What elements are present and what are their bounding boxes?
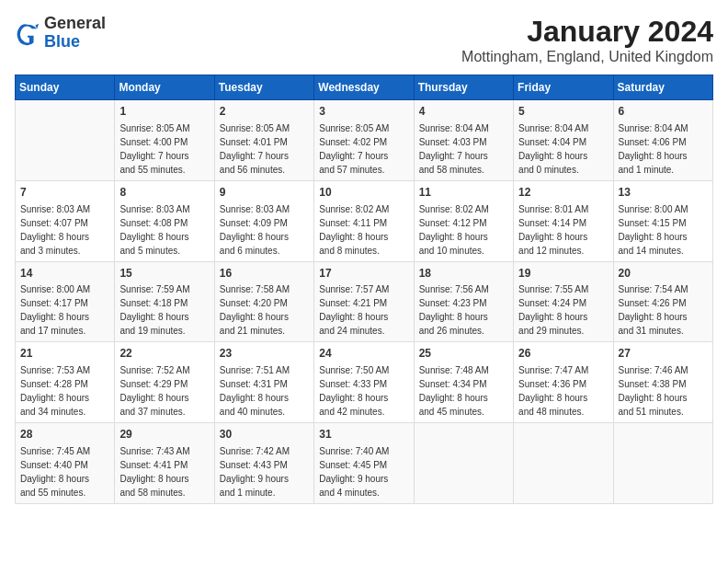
day-cell-3-0: 21Sunrise: 7:53 AM Sunset: 4:28 PM Dayli…: [16, 342, 115, 423]
day-cell-3-3: 24Sunrise: 7:50 AM Sunset: 4:33 PM Dayli…: [314, 342, 414, 423]
day-info: Sunrise: 7:54 AM Sunset: 4:26 PM Dayligh…: [619, 282, 708, 338]
day-cell-4-6: [613, 423, 712, 504]
header: General Blue January 2024 Mottingham, En…: [15, 15, 713, 65]
location: Mottingham, England, United Kingdom: [461, 49, 713, 65]
header-sunday: Sunday: [16, 75, 115, 100]
day-number: 27: [619, 346, 708, 362]
day-number: 3: [319, 104, 408, 120]
day-info: Sunrise: 7:55 AM Sunset: 4:24 PM Dayligh…: [518, 282, 608, 338]
day-cell-4-1: 29Sunrise: 7:43 AM Sunset: 4:41 PM Dayli…: [115, 423, 214, 504]
logo-text: General Blue: [44, 15, 106, 52]
header-wednesday: Wednesday: [314, 75, 414, 100]
day-number: 20: [619, 266, 708, 282]
day-info: Sunrise: 7:48 AM Sunset: 4:34 PM Dayligh…: [419, 363, 508, 419]
month-title: January 2024: [461, 15, 713, 49]
week-row-1: 1Sunrise: 8:05 AM Sunset: 4:00 PM Daylig…: [16, 100, 713, 181]
day-number: 15: [119, 266, 209, 282]
day-cell-0-1: 1Sunrise: 8:05 AM Sunset: 4:00 PM Daylig…: [115, 100, 214, 181]
day-cell-3-2: 23Sunrise: 7:51 AM Sunset: 4:31 PM Dayli…: [214, 342, 313, 423]
day-cell-1-5: 12Sunrise: 8:01 AM Sunset: 4:14 PM Dayli…: [514, 180, 613, 261]
day-cell-2-2: 16Sunrise: 7:58 AM Sunset: 4:20 PM Dayli…: [214, 261, 313, 342]
day-number: 7: [20, 185, 109, 201]
day-number: 4: [419, 104, 508, 120]
day-number: 10: [319, 185, 408, 201]
day-number: 14: [20, 266, 109, 282]
day-number: 8: [119, 185, 209, 201]
day-number: 25: [419, 346, 508, 362]
day-info: Sunrise: 7:53 AM Sunset: 4:28 PM Dayligh…: [20, 363, 109, 419]
day-number: 19: [518, 266, 608, 282]
title-section: January 2024 Mottingham, England, United…: [461, 15, 713, 65]
week-row-5: 28Sunrise: 7:45 AM Sunset: 4:40 PM Dayli…: [16, 423, 713, 504]
day-cell-1-6: 13Sunrise: 8:00 AM Sunset: 4:15 PM Dayli…: [613, 180, 712, 261]
logo: General Blue: [15, 15, 106, 52]
day-number: 23: [220, 346, 309, 362]
day-info: Sunrise: 7:45 AM Sunset: 4:40 PM Dayligh…: [20, 444, 109, 500]
day-cell-3-1: 22Sunrise: 7:52 AM Sunset: 4:29 PM Dayli…: [115, 342, 214, 423]
day-number: 9: [220, 185, 309, 201]
day-info: Sunrise: 8:01 AM Sunset: 4:14 PM Dayligh…: [518, 202, 608, 258]
calendar-table: Sunday Monday Tuesday Wednesday Thursday…: [15, 75, 713, 504]
day-cell-3-6: 27Sunrise: 7:46 AM Sunset: 4:38 PM Dayli…: [613, 342, 712, 423]
day-number: 21: [20, 346, 109, 362]
calendar-body: 1Sunrise: 8:05 AM Sunset: 4:00 PM Daylig…: [16, 100, 713, 504]
day-number: 17: [319, 266, 408, 282]
day-number: 24: [319, 346, 408, 362]
day-info: Sunrise: 7:57 AM Sunset: 4:21 PM Dayligh…: [319, 282, 408, 338]
day-info: Sunrise: 7:47 AM Sunset: 4:36 PM Dayligh…: [518, 363, 608, 419]
day-info: Sunrise: 7:51 AM Sunset: 4:31 PM Dayligh…: [220, 363, 309, 419]
day-info: Sunrise: 8:05 AM Sunset: 4:00 PM Dayligh…: [119, 121, 209, 177]
week-row-4: 21Sunrise: 7:53 AM Sunset: 4:28 PM Dayli…: [16, 342, 713, 423]
day-cell-2-0: 14Sunrise: 8:00 AM Sunset: 4:17 PM Dayli…: [16, 261, 115, 342]
day-cell-2-5: 19Sunrise: 7:55 AM Sunset: 4:24 PM Dayli…: [514, 261, 613, 342]
logo-blue: Blue: [44, 32, 80, 51]
day-info: Sunrise: 7:50 AM Sunset: 4:33 PM Dayligh…: [319, 363, 408, 419]
day-cell-3-4: 25Sunrise: 7:48 AM Sunset: 4:34 PM Dayli…: [414, 342, 513, 423]
day-info: Sunrise: 8:03 AM Sunset: 4:07 PM Dayligh…: [20, 202, 109, 258]
day-cell-2-4: 18Sunrise: 7:56 AM Sunset: 4:23 PM Dayli…: [414, 261, 513, 342]
day-info: Sunrise: 7:43 AM Sunset: 4:41 PM Dayligh…: [119, 444, 209, 500]
header-thursday: Thursday: [414, 75, 513, 100]
day-number: 1: [119, 104, 209, 120]
main-container: General Blue January 2024 Mottingham, En…: [0, 0, 728, 511]
header-saturday: Saturday: [613, 75, 712, 100]
day-info: Sunrise: 8:03 AM Sunset: 4:08 PM Dayligh…: [119, 202, 209, 258]
day-cell-4-5: [514, 423, 613, 504]
day-info: Sunrise: 8:05 AM Sunset: 4:01 PM Dayligh…: [220, 121, 309, 177]
day-number: 18: [419, 266, 508, 282]
day-info: Sunrise: 8:05 AM Sunset: 4:02 PM Dayligh…: [319, 121, 408, 177]
day-info: Sunrise: 7:58 AM Sunset: 4:20 PM Dayligh…: [220, 282, 309, 338]
day-cell-0-4: 4Sunrise: 8:04 AM Sunset: 4:03 PM Daylig…: [414, 100, 513, 181]
day-info: Sunrise: 7:59 AM Sunset: 4:18 PM Dayligh…: [119, 282, 209, 338]
day-info: Sunrise: 8:00 AM Sunset: 4:15 PM Dayligh…: [619, 202, 708, 258]
day-info: Sunrise: 7:56 AM Sunset: 4:23 PM Dayligh…: [419, 282, 508, 338]
logo-icon: [15, 20, 40, 46]
day-info: Sunrise: 8:02 AM Sunset: 4:11 PM Dayligh…: [319, 202, 408, 258]
day-number: 12: [518, 185, 608, 201]
header-monday: Monday: [115, 75, 214, 100]
day-cell-1-0: 7Sunrise: 8:03 AM Sunset: 4:07 PM Daylig…: [16, 180, 115, 261]
week-row-3: 14Sunrise: 8:00 AM Sunset: 4:17 PM Dayli…: [16, 261, 713, 342]
day-info: Sunrise: 8:04 AM Sunset: 4:04 PM Dayligh…: [518, 121, 608, 177]
day-number: 6: [619, 104, 708, 120]
day-info: Sunrise: 8:00 AM Sunset: 4:17 PM Dayligh…: [20, 282, 109, 338]
day-number: 13: [619, 185, 708, 201]
day-number: 31: [319, 427, 408, 442]
day-cell-1-3: 10Sunrise: 8:02 AM Sunset: 4:11 PM Dayli…: [314, 180, 414, 261]
day-number: 29: [119, 427, 209, 442]
day-info: Sunrise: 8:02 AM Sunset: 4:12 PM Dayligh…: [419, 202, 508, 258]
day-cell-0-3: 3Sunrise: 8:05 AM Sunset: 4:02 PM Daylig…: [314, 100, 414, 181]
day-number: 30: [220, 427, 309, 442]
day-cell-2-6: 20Sunrise: 7:54 AM Sunset: 4:26 PM Dayli…: [613, 261, 712, 342]
day-cell-1-4: 11Sunrise: 8:02 AM Sunset: 4:12 PM Dayli…: [414, 180, 513, 261]
day-cell-0-2: 2Sunrise: 8:05 AM Sunset: 4:01 PM Daylig…: [214, 100, 313, 181]
day-number: 16: [220, 266, 309, 282]
day-cell-4-0: 28Sunrise: 7:45 AM Sunset: 4:40 PM Dayli…: [16, 423, 115, 504]
day-cell-4-3: 31Sunrise: 7:40 AM Sunset: 4:45 PM Dayli…: [314, 423, 414, 504]
calendar-header: Sunday Monday Tuesday Wednesday Thursday…: [16, 75, 713, 100]
day-info: Sunrise: 7:40 AM Sunset: 4:45 PM Dayligh…: [319, 444, 408, 500]
day-info: Sunrise: 8:04 AM Sunset: 4:06 PM Dayligh…: [619, 121, 708, 177]
header-tuesday: Tuesday: [214, 75, 313, 100]
week-row-2: 7Sunrise: 8:03 AM Sunset: 4:07 PM Daylig…: [16, 180, 713, 261]
day-cell-0-6: 6Sunrise: 8:04 AM Sunset: 4:06 PM Daylig…: [613, 100, 712, 181]
